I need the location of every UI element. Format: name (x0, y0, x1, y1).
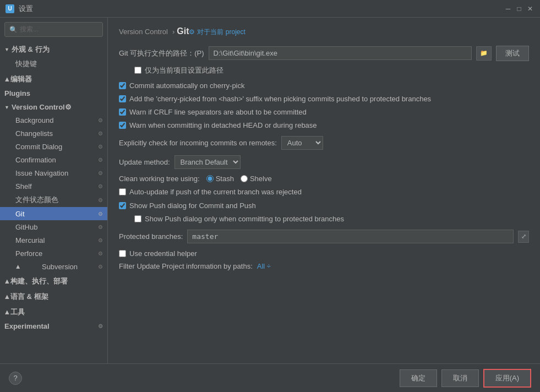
show-push-row: Show Push dialog for Commit and Push (119, 201, 529, 211)
help-button[interactable]: ? (9, 372, 22, 385)
detached-head-checkbox[interactable] (119, 122, 126, 129)
sidebar-item-background[interactable]: Background ⚙ (0, 113, 107, 127)
maximize-button[interactable]: □ (515, 4, 523, 13)
sidebar-item-file-status-colors[interactable]: 文件状态颜色 ⚙ (0, 193, 107, 207)
settings-icon: ⚙ (98, 251, 103, 257)
credential-helper-checkbox[interactable] (119, 250, 126, 257)
suffix-label[interactable]: Add the 'cherry-picked from <hash>' suff… (129, 94, 431, 104)
show-push-protected-checkbox[interactable] (134, 215, 141, 222)
search-icon: 🔍 (9, 26, 18, 34)
crlf-label[interactable]: Warn if CRLF line separators are about t… (129, 107, 307, 117)
auto-update-label[interactable]: Auto-update if push of the current branc… (129, 187, 302, 197)
sidebar-item-editor[interactable]: ▶ 编辑器 (0, 71, 107, 86)
crlf-checkbox[interactable] (119, 108, 126, 116)
settings-icon: ⚙ (98, 183, 103, 189)
filter-update-link[interactable]: All ÷ (257, 262, 271, 270)
only-current-project-label[interactable]: 仅为当前项目设置此路径 (145, 66, 223, 75)
project-link[interactable]: ⚙ 对于当前 project (189, 28, 245, 37)
update-method-row: Update method: Branch Default Merge Reba… (119, 155, 529, 169)
sidebar-item-label: Commit Dialog (15, 143, 62, 151)
shelve-radio[interactable] (241, 175, 248, 182)
content-area: Version Control › Git ⚙ 对于当前 project Git… (108, 18, 540, 363)
only-current-project-row: 仅为当前项目设置此路径 (134, 66, 529, 75)
sidebar-item-appearance[interactable]: ▼ 外观 & 行为 (0, 41, 107, 57)
minimize-button[interactable]: ─ (504, 4, 512, 13)
update-method-select[interactable]: Branch Default Merge Rebase (174, 155, 241, 169)
sidebar-item-git[interactable]: Git ⚙ (0, 207, 107, 220)
cherry-pick-label[interactable]: Commit automatically on cherry-pick (129, 81, 245, 91)
incoming-commits-row: Explicitly check for incoming commits on… (119, 136, 529, 150)
sidebar-item-issue-navigation[interactable]: Issue Navigation ⚙ (0, 166, 107, 179)
sidebar-item-label: Subversion (42, 263, 78, 271)
show-push-checkbox[interactable] (119, 202, 126, 209)
sidebar-item-confirmation[interactable]: Confirmation ⚙ (0, 153, 107, 166)
stash-radio[interactable] (206, 175, 214, 182)
search-box[interactable]: 🔍 搜索... (4, 22, 103, 37)
expand-icon: ▼ (4, 47, 9, 52)
cancel-button[interactable]: 取消 (441, 369, 479, 387)
sidebar-item-label: 工具 (10, 307, 25, 317)
show-push-label[interactable]: Show Push dialog for Commit and Push (129, 201, 256, 211)
apply-button[interactable]: 应用(A) (483, 369, 531, 388)
sidebar-item-label: 语言 & 框架 (10, 292, 48, 302)
protected-branches-input[interactable] (187, 230, 514, 243)
sidebar-item-label: Confirmation (15, 156, 56, 164)
sidebar-item-perforce[interactable]: Perforce ⚙ (0, 247, 107, 260)
cherry-pick-checkbox[interactable] (119, 82, 126, 89)
git-path-input[interactable] (209, 46, 472, 60)
incoming-commits-select[interactable]: Auto Always Never (281, 136, 323, 150)
sidebar-item-label: Background (15, 116, 53, 124)
ok-button[interactable]: 确定 (400, 369, 437, 387)
settings-icon: ⚙ (65, 103, 72, 111)
gear-icon: ⚙ (189, 28, 195, 36)
clean-working-tree-label: Clean working tree using: (119, 175, 200, 183)
sidebar-item-label: Version Control (12, 103, 65, 111)
project-link-label: 对于当前 project (197, 28, 245, 37)
detached-head-label[interactable]: Warn when committing in detached HEAD or… (129, 121, 317, 130)
incoming-commits-label: Explicitly check for incoming commits on… (119, 139, 277, 147)
show-push-protected-label[interactable]: Show Push dialog only when committing to… (145, 214, 344, 224)
breadcrumb-separator: › (172, 28, 174, 36)
sidebar-item-changelists[interactable]: Changelists ⚙ (0, 127, 107, 140)
sidebar-item-commit-dialog[interactable]: Commit Dialog ⚙ (0, 140, 107, 153)
sidebar-item-label: 快捷键 (15, 59, 37, 69)
settings-icon: ⚙ (98, 170, 103, 176)
sidebar-item-experimental[interactable]: Experimental ⚙ (0, 319, 107, 333)
show-push-protected-row: Show Push dialog only when committing to… (134, 214, 529, 224)
test-button[interactable]: 测试 (496, 46, 529, 61)
credential-helper-label[interactable]: Use credential helper (129, 249, 197, 259)
close-button[interactable]: ✕ (526, 4, 534, 13)
sidebar-item-build[interactable]: ▶ 构建、执行、部署 (0, 273, 107, 288)
sidebar-item-github[interactable]: GitHub ⚙ (0, 220, 107, 233)
shelve-radio-label[interactable]: Shelve (241, 175, 272, 183)
shelve-label: Shelve (250, 175, 272, 183)
sidebar-item-label: 构建、执行、部署 (10, 276, 68, 286)
stash-radio-label[interactable]: Stash (206, 175, 234, 183)
title-bar: U 设置 ─ □ ✕ (0, 0, 540, 18)
sidebar-item-label: Mercurial (15, 236, 45, 244)
auto-update-checkbox[interactable] (119, 188, 126, 195)
app-icon: U (6, 4, 14, 13)
filter-update-label: Filter Update Project information by pat… (119, 262, 253, 270)
browse-button[interactable]: 📁 (476, 46, 492, 61)
filter-update-row: Filter Update Project information by pat… (119, 262, 529, 270)
expand-icon: ▶ (4, 295, 9, 299)
footer: ? 确定 取消 应用(A) (0, 363, 540, 392)
expand-icon: ▶ (4, 311, 9, 314)
suffix-row: Add the 'cherry-picked from <hash>' suff… (119, 94, 529, 104)
stash-label: Stash (216, 175, 234, 183)
expand-branches-button[interactable]: ⤢ (518, 231, 529, 243)
detached-head-row: Warn when committing in detached HEAD or… (119, 121, 529, 130)
sidebar-item-shortcuts[interactable]: 快捷键 (0, 57, 107, 71)
suffix-checkbox[interactable] (119, 95, 126, 102)
sidebar-item-plugins[interactable]: Plugins (0, 86, 107, 100)
sidebar-item-languages[interactable]: ▶ 语言 & 框架 (0, 288, 107, 304)
sidebar-item-shelf[interactable]: Shelf ⚙ (0, 179, 107, 193)
sidebar-item-mercurial[interactable]: Mercurial ⚙ (0, 233, 107, 247)
only-current-project-checkbox[interactable] (134, 67, 141, 74)
sidebar-item-version-control[interactable]: ▼ Version Control ⚙ (0, 100, 107, 113)
settings-icon: ⚙ (98, 144, 103, 150)
sidebar-item-tools[interactable]: ▶ 工具 (0, 304, 107, 319)
settings-window: U 设置 ─ □ ✕ 🔍 搜索... ▼ 外观 & 行为 快捷键 ▶ (0, 0, 540, 392)
sidebar-item-subversion[interactable]: ▶ Subversion ⚙ (0, 260, 107, 273)
